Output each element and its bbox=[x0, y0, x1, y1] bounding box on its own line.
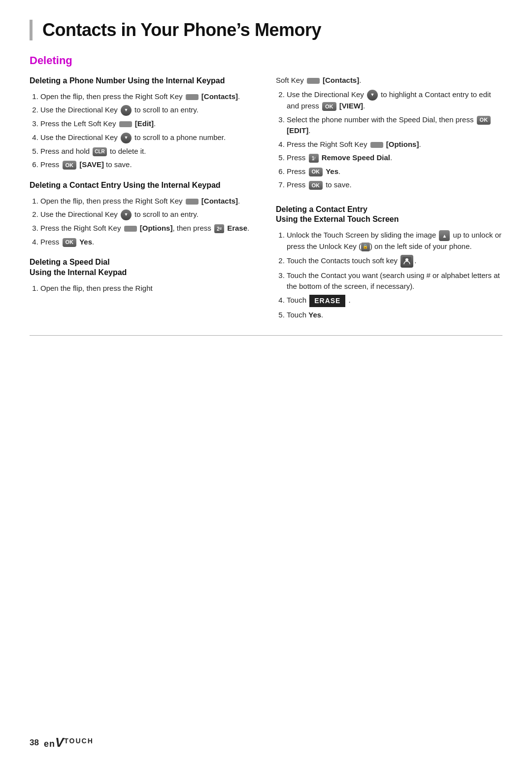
right-column: Soft Key [Contacts]. Use the Directional… bbox=[276, 76, 502, 325]
directional-key-icon bbox=[121, 133, 132, 143]
subsection3-steps: Open the flip, then press the Right bbox=[30, 283, 256, 294]
list-item: Press the Right Soft Key [Options]. bbox=[287, 139, 502, 150]
subsection4-title: Deleting a Contact EntryUsing the Extern… bbox=[276, 205, 502, 225]
svg-point-1 bbox=[405, 258, 408, 261]
left-column: Deleting a Phone Number Using the Intern… bbox=[30, 76, 256, 325]
list-item: Select the phone number with the Speed D… bbox=[287, 114, 502, 137]
brand-logo: enVTOUCH bbox=[44, 735, 94, 750]
ok-key-icon: OK bbox=[477, 116, 491, 125]
ok-key-icon: OK bbox=[309, 168, 323, 176]
list-item: Press OK [SAVE] to save. bbox=[40, 159, 256, 171]
brand-en: en bbox=[44, 739, 55, 749]
speed-dial-continued-steps: Use the Directional Key to highlight a C… bbox=[276, 89, 502, 191]
subsection2-title: Deleting a Contact Entry Using the Inter… bbox=[30, 180, 256, 191]
ok-key-icon: OK bbox=[322, 102, 336, 111]
soft-key-icon bbox=[186, 94, 199, 100]
list-item: Press the Left Soft Key [Edit]. bbox=[40, 118, 256, 130]
soft-key-icon bbox=[124, 226, 137, 232]
ok-key-icon: OK bbox=[63, 238, 77, 247]
subsection2-steps: Open the flip, then press the Right Soft… bbox=[30, 196, 256, 248]
list-item: Open the flip, then press the Right Soft… bbox=[40, 91, 256, 103]
list-item: Press the Right Soft Key [Options], then… bbox=[40, 223, 256, 234]
list-item: Use the Directional Key to scroll to a p… bbox=[40, 132, 256, 143]
contacts-touch-icon bbox=[400, 255, 413, 268]
clr-key-icon: CLR bbox=[93, 147, 107, 156]
footer-divider bbox=[30, 335, 502, 336]
list-item: Press OK to save. bbox=[287, 179, 502, 191]
list-item: Press OK Yes. bbox=[287, 166, 502, 177]
list-item: Press and hold CLR to delete it. bbox=[40, 146, 256, 157]
right-intro: Soft Key [Contacts]. bbox=[276, 76, 502, 84]
soft-key-icon bbox=[119, 121, 132, 127]
page-number: 38 bbox=[30, 738, 39, 748]
list-item: Use the Directional Key to scroll to an … bbox=[40, 209, 256, 220]
section-heading: Deleting bbox=[30, 54, 502, 67]
num1-key-icon: 1/ bbox=[309, 154, 319, 163]
directional-key-icon bbox=[367, 90, 378, 101]
list-item: Unlock the Touch Screen by sliding the i… bbox=[287, 230, 502, 252]
footer: 38 enVTOUCH bbox=[30, 735, 502, 750]
soft-key-icon bbox=[370, 142, 383, 148]
ok-key-icon: OK bbox=[309, 181, 323, 190]
list-item: Touch the Contacts touch soft key . bbox=[287, 255, 502, 268]
subsection4-steps: Unlock the Touch Screen by sliding the i… bbox=[276, 230, 502, 320]
directional-key-icon bbox=[121, 209, 132, 220]
list-item: Touch ERASE . bbox=[287, 295, 502, 307]
list-item: Press OK Yes. bbox=[40, 237, 256, 248]
ok-key-icon: OK bbox=[63, 161, 77, 170]
page-title: Contacts in Your Phone’s Memory bbox=[30, 20, 502, 40]
subsection1-steps: Open the flip, then press the Right Soft… bbox=[30, 91, 256, 171]
brand-touch: TOUCH bbox=[64, 737, 94, 745]
erase-button: ERASE bbox=[309, 295, 345, 307]
brand-v: V bbox=[55, 735, 64, 750]
page: Contacts in Your Phone’s Memory Deleting… bbox=[0, 0, 532, 765]
subsection3-title: Deleting a Speed DialUsing the Internal … bbox=[30, 257, 256, 278]
num2-key-icon: 2d bbox=[214, 224, 224, 233]
list-item: Open the flip, then press the Right Soft… bbox=[40, 196, 256, 207]
list-item: Use the Directional Key to highlight a C… bbox=[287, 89, 502, 112]
list-item: Touch Yes. bbox=[287, 310, 502, 321]
unlock-arrow-icon bbox=[439, 230, 450, 241]
soft-key-icon bbox=[307, 78, 320, 84]
subsection1-title: Deleting a Phone Number Using the Intern… bbox=[30, 76, 256, 86]
to-word: to bbox=[381, 90, 387, 99]
list-item: Touch the Contact you want (search using… bbox=[287, 270, 502, 292]
soft-key-icon bbox=[186, 199, 199, 205]
list-item: Use the Directional Key to scroll to an … bbox=[40, 104, 256, 116]
list-item: Press 1/ Remove Speed Dial. bbox=[287, 152, 502, 164]
list-item: Open the flip, then press the Right bbox=[40, 283, 256, 294]
directional-key-icon bbox=[121, 105, 132, 116]
content-columns: Deleting a Phone Number Using the Intern… bbox=[30, 76, 502, 325]
unlock-key-icon: 🔒 bbox=[361, 243, 370, 251]
